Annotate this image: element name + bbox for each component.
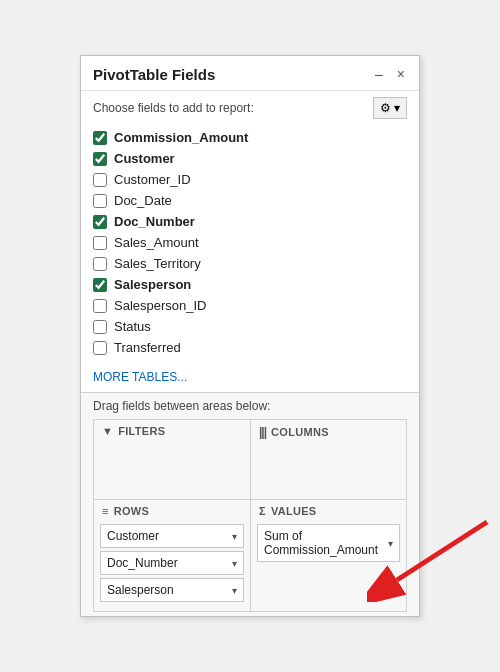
more-tables-link[interactable]: MORE TABLES... (81, 366, 419, 392)
panel-title: PivotTable Fields (93, 66, 215, 83)
columns-area[interactable]: ||| COLUMNS (250, 419, 407, 499)
fields-list: Commission_AmountCustomerCustomer_IDDoc_… (81, 123, 419, 366)
field-item-status[interactable]: Status (93, 316, 407, 337)
field-label-salesperson_id: Salesperson_ID (114, 298, 207, 313)
filters-area[interactable]: ▼ FILTERS (93, 419, 250, 499)
panel-header: PivotTable Fields – × (81, 56, 419, 91)
field-item-sales_territory[interactable]: Sales_Territory (93, 253, 407, 274)
field-item-doc_date[interactable]: Doc_Date (93, 190, 407, 211)
drag-section: Drag fields between areas below: ▼ FILTE… (81, 393, 419, 616)
columns-area-header: ||| COLUMNS (251, 420, 406, 444)
field-label-sales_territory: Sales_Territory (114, 256, 201, 271)
rows-item[interactable]: Customer▾ (100, 524, 244, 548)
field-label-doc_number: Doc_Number (114, 214, 195, 229)
close-button[interactable]: × (393, 64, 409, 84)
checkbox-salesperson_id[interactable] (93, 299, 107, 313)
pivot-table-fields-panel: PivotTable Fields – × Choose fields to a… (80, 55, 420, 617)
rows-area-header: ≡ ROWS (94, 500, 250, 522)
field-item-customer_id[interactable]: Customer_ID (93, 169, 407, 190)
areas-grid: ▼ FILTERS ||| COLUMNS ≡ (93, 419, 407, 612)
checkbox-status[interactable] (93, 320, 107, 334)
field-label-transferred: Transferred (114, 340, 181, 355)
checkbox-transferred[interactable] (93, 341, 107, 355)
field-item-doc_number[interactable]: Doc_Number (93, 211, 407, 232)
checkbox-customer_id[interactable] (93, 173, 107, 187)
rows-items: Customer▾Doc_Number▾Salesperson▾ (94, 522, 250, 611)
field-label-doc_date: Doc_Date (114, 193, 172, 208)
settings-button[interactable]: ⚙ ▾ (373, 97, 407, 119)
checkbox-doc_number[interactable] (93, 215, 107, 229)
sigma-icon: Σ (259, 505, 266, 517)
values-label: VALUES (271, 505, 317, 517)
field-item-sales_amount[interactable]: Sales_Amount (93, 232, 407, 253)
choose-fields-label: Choose fields to add to report: (93, 101, 254, 115)
filters-area-header: ▼ FILTERS (94, 420, 250, 442)
rows-item[interactable]: Doc_Number▾ (100, 551, 244, 575)
chevron-down-icon: ▾ (232, 585, 237, 596)
values-area-header: Σ VALUES (251, 500, 406, 522)
pin-button[interactable]: – (371, 64, 387, 84)
svg-line-1 (397, 522, 487, 580)
rows-item-label: Doc_Number (107, 556, 178, 570)
filters-items (94, 442, 250, 450)
checkbox-commission_amount[interactable] (93, 131, 107, 145)
values-item[interactable]: Sum of Commission_Amount▾ (257, 524, 400, 562)
field-item-salesperson[interactable]: Salesperson (93, 274, 407, 295)
field-item-commission_amount[interactable]: Commission_Amount (93, 127, 407, 148)
field-label-customer: Customer (114, 151, 175, 166)
checkbox-doc_date[interactable] (93, 194, 107, 208)
rows-item-label: Customer (107, 529, 159, 543)
field-label-sales_amount: Sales_Amount (114, 235, 199, 250)
chevron-down-icon: ▾ (388, 538, 393, 549)
chevron-down-icon: ▾ (232, 531, 237, 542)
field-item-salesperson_id[interactable]: Salesperson_ID (93, 295, 407, 316)
columns-label: COLUMNS (271, 426, 329, 438)
field-item-customer[interactable]: Customer (93, 148, 407, 169)
gear-icon: ⚙ (380, 101, 391, 115)
values-items: Sum of Commission_Amount▾ (251, 522, 406, 571)
filter-icon: ▼ (102, 425, 113, 437)
rows-icon: ≡ (102, 505, 109, 517)
dropdown-arrow-icon: ▾ (394, 101, 400, 115)
values-item-label: Sum of Commission_Amount (264, 529, 388, 557)
field-label-salesperson: Salesperson (114, 277, 191, 292)
field-label-customer_id: Customer_ID (114, 172, 191, 187)
checkbox-sales_territory[interactable] (93, 257, 107, 271)
choose-fields-section: Choose fields to add to report: ⚙ ▾ (81, 91, 419, 123)
checkbox-customer[interactable] (93, 152, 107, 166)
drag-label: Drag fields between areas below: (93, 399, 407, 419)
rows-item-label: Salesperson (107, 583, 174, 597)
checkbox-salesperson[interactable] (93, 278, 107, 292)
field-label-status: Status (114, 319, 151, 334)
field-item-transferred[interactable]: Transferred (93, 337, 407, 358)
chevron-down-icon: ▾ (232, 558, 237, 569)
columns-icon: ||| (259, 425, 266, 439)
field-label-commission_amount: Commission_Amount (114, 130, 248, 145)
rows-area[interactable]: ≡ ROWS Customer▾Doc_Number▾Salesperson▾ (93, 499, 250, 612)
rows-label: ROWS (114, 505, 149, 517)
rows-item[interactable]: Salesperson▾ (100, 578, 244, 602)
values-area[interactable]: Σ VALUES Sum of Commission_Amount▾ (250, 499, 407, 612)
filters-label: FILTERS (118, 425, 165, 437)
columns-items (251, 444, 406, 452)
header-controls: – × (371, 64, 409, 84)
checkbox-sales_amount[interactable] (93, 236, 107, 250)
